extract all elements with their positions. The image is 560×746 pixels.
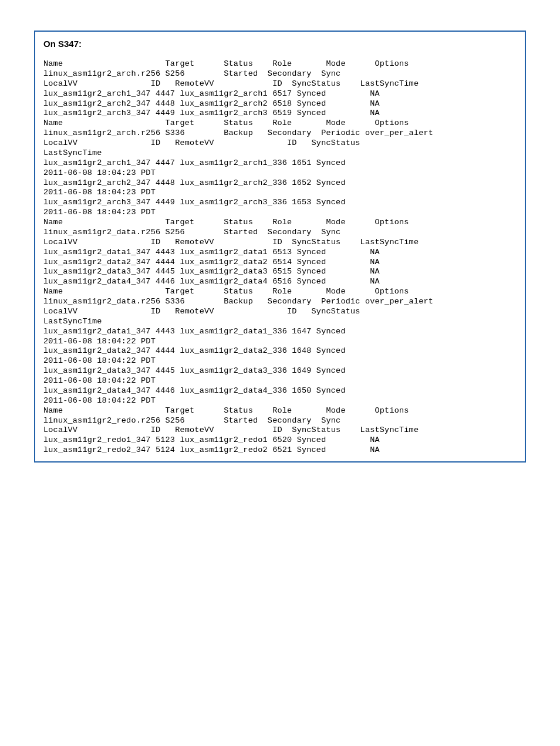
box-title: On S347: <box>43 39 517 49</box>
content-box: On S347: Name Target Status Role Mode Op… <box>34 31 526 463</box>
terminal-output: Name Target Status Role Mode Options lin… <box>43 59 517 455</box>
document-page: On S347: Name Target Status Role Mode Op… <box>0 0 560 746</box>
